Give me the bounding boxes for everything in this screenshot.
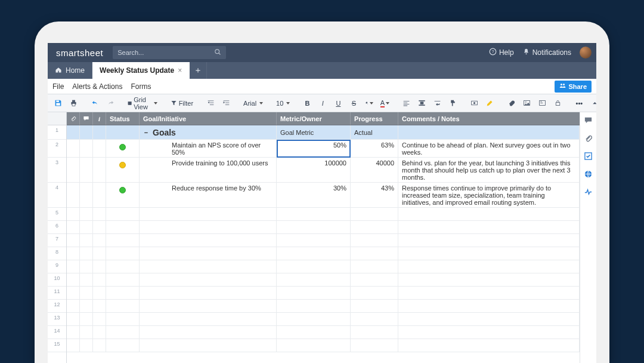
cell[interactable] xyxy=(93,183,106,208)
text-color-button[interactable]: A xyxy=(378,97,391,110)
outdent-button[interactable] xyxy=(204,97,217,110)
table-row[interactable] xyxy=(67,313,580,326)
metric-cell[interactable]: 100000 xyxy=(277,158,351,183)
progress-cell[interactable]: 40000 xyxy=(351,158,398,183)
menu-file[interactable]: File xyxy=(52,82,64,91)
strikethrough-button[interactable]: S xyxy=(347,97,360,110)
column-header-status[interactable]: Status xyxy=(106,112,140,125)
column-attachments[interactable] xyxy=(67,112,80,125)
row-number[interactable]: 4 xyxy=(48,183,66,208)
table-row[interactable] xyxy=(67,247,580,260)
row-number[interactable]: 14 xyxy=(48,326,66,339)
search-input[interactable]: Search... xyxy=(113,46,226,59)
row-number[interactable]: 10 xyxy=(48,273,66,287)
notes-cell[interactable]: Behind vs. plan for the year, but launch… xyxy=(398,158,580,183)
row-number[interactable]: 8 xyxy=(48,247,66,260)
row-number[interactable]: 9 xyxy=(48,260,66,273)
row-number[interactable]: 6 xyxy=(48,221,66,234)
insert-link-button[interactable] xyxy=(535,97,549,110)
cell[interactable] xyxy=(67,140,80,158)
metric-cell[interactable]: 50% xyxy=(277,140,351,158)
metric-cell[interactable]: 30% xyxy=(277,183,351,208)
column-header-metric[interactable]: Metric/Owner xyxy=(277,112,351,125)
table-row[interactable] xyxy=(67,300,580,313)
wrap-text-button[interactable] xyxy=(431,97,444,110)
close-icon[interactable]: × xyxy=(178,66,182,75)
status-cell[interactable] xyxy=(106,158,140,183)
column-header-goal[interactable]: Goal/Initiative xyxy=(140,112,277,125)
section-title-cell[interactable]: − Goals xyxy=(140,125,277,140)
cell[interactable] xyxy=(106,125,140,140)
table-row[interactable] xyxy=(67,234,580,247)
rail-publish-icon[interactable] xyxy=(584,170,593,180)
collapse-toggle-icon[interactable]: − xyxy=(143,129,149,136)
redo-button[interactable] xyxy=(104,97,117,110)
align-left-button[interactable] xyxy=(400,97,413,110)
row-number[interactable]: 2 xyxy=(48,140,66,158)
goal-cell[interactable]: Provide training to 100,000 users xyxy=(140,158,277,183)
fill-color-button[interactable] xyxy=(363,97,376,110)
cell[interactable] xyxy=(93,140,106,158)
row-number[interactable]: 12 xyxy=(48,300,66,313)
tab-sheet-active[interactable]: Weekly Status Update × xyxy=(92,62,190,79)
cell[interactable] xyxy=(67,125,80,140)
table-row[interactable] xyxy=(67,287,580,300)
table-row[interactable]: Provide training to 100,000 users 100000… xyxy=(67,158,580,183)
table-row[interactable] xyxy=(67,273,580,287)
table-row[interactable] xyxy=(67,221,580,234)
progress-cell[interactable]: 43% xyxy=(351,183,398,208)
column-header-progress[interactable]: Progress xyxy=(351,112,398,125)
currency-format-button[interactable] xyxy=(467,97,481,110)
section-progress-header[interactable]: Actual xyxy=(351,125,398,140)
row-number[interactable]: 7 xyxy=(48,234,66,247)
table-row[interactable] xyxy=(67,208,580,221)
highlight-button[interactable] xyxy=(483,97,496,110)
save-button[interactable] xyxy=(51,97,64,110)
column-comments[interactable] xyxy=(80,112,93,125)
section-row[interactable]: − Goals Goal Metric Actual xyxy=(67,125,580,140)
lock-button[interactable] xyxy=(551,97,564,110)
row-number[interactable]: 15 xyxy=(48,339,66,352)
rail-proof-icon[interactable] xyxy=(584,152,593,162)
table-row[interactable]: Maintain an NPS score of over 50% 50% 63… xyxy=(67,140,580,158)
italic-button[interactable]: I xyxy=(316,97,329,110)
view-switcher[interactable]: Grid View xyxy=(125,96,160,110)
column-info[interactable]: i xyxy=(93,112,106,125)
table-row[interactable] xyxy=(67,260,580,273)
notes-cell[interactable]: Continue to be ahead of plan. Next surve… xyxy=(398,140,580,158)
bold-button[interactable]: B xyxy=(301,97,314,110)
table-row[interactable]: Reduce response time by 30% 30% 43% Resp… xyxy=(67,183,580,208)
cell[interactable] xyxy=(67,158,80,183)
cell[interactable] xyxy=(80,158,93,183)
print-button[interactable] xyxy=(67,97,80,110)
progress-cell[interactable]: 63% xyxy=(351,140,398,158)
row-number[interactable]: 5 xyxy=(48,208,66,221)
insert-image-button[interactable] xyxy=(520,97,533,110)
cell[interactable] xyxy=(80,183,93,208)
cell[interactable] xyxy=(398,125,580,140)
menu-forms[interactable]: Forms xyxy=(131,82,151,91)
table-row[interactable] xyxy=(67,326,580,339)
row-number[interactable]: 13 xyxy=(48,313,66,326)
notifications-link[interactable]: Notifications xyxy=(522,48,571,57)
row-number[interactable]: 11 xyxy=(48,287,66,300)
more-button[interactable]: ••• xyxy=(572,97,586,110)
avatar[interactable] xyxy=(580,47,592,59)
font-size-select[interactable]: 10 xyxy=(274,100,292,107)
goal-cell[interactable]: Reduce response time by 30% xyxy=(140,183,277,208)
row-number[interactable]: 3 xyxy=(48,158,66,183)
notes-cell[interactable]: Response times continue to improve prima… xyxy=(398,183,580,208)
tab-new[interactable]: ＋ xyxy=(190,62,207,79)
indent-button[interactable] xyxy=(219,97,233,110)
undo-button[interactable] xyxy=(88,97,101,110)
cell[interactable] xyxy=(80,125,93,140)
row-number[interactable]: 1 xyxy=(48,125,66,140)
underline-button[interactable]: U xyxy=(332,97,345,110)
tab-home[interactable]: Home xyxy=(48,62,92,79)
table-row[interactable] xyxy=(67,339,580,352)
attach-button[interactable] xyxy=(504,97,518,110)
status-cell[interactable] xyxy=(106,140,140,158)
menu-alerts[interactable]: Alerts & Actions xyxy=(72,82,122,91)
help-link[interactable]: ? Help xyxy=(489,48,514,57)
cell[interactable] xyxy=(93,158,106,183)
